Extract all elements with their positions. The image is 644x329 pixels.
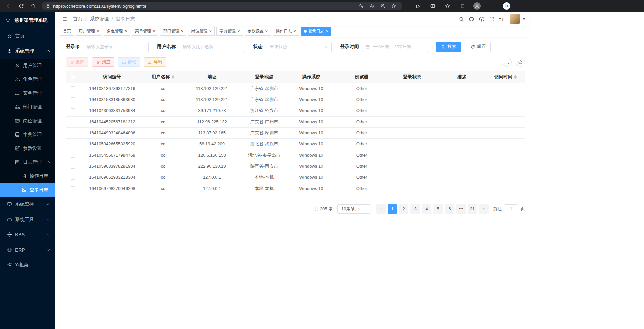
fullscreen-button[interactable]: [487, 14, 496, 24]
page-button-3[interactable]: 3: [410, 204, 420, 214]
table-row[interactable]: 1641054566717984768cc120.6.150.158河北省-秦皇…: [66, 150, 525, 161]
close-icon[interactable]: ×: [293, 29, 296, 33]
address-bar[interactable]: https://ccnetcore.com:1101/system/log/lo…: [42, 2, 402, 10]
prev-page-button[interactable]: ‹: [376, 204, 386, 214]
table-row[interactable]: 1641069798270046208cc127.0.0.1本地-本机Windo…: [66, 183, 525, 194]
collapse-sidebar-button[interactable]: [60, 14, 70, 24]
avatar-caret-icon[interactable]: [523, 18, 525, 20]
date-range-picker[interactable]: 开始日期 - 结束日期: [362, 42, 428, 52]
close-icon[interactable]: ×: [326, 29, 329, 33]
page-button-5[interactable]: 5: [433, 204, 443, 214]
delete-button[interactable]: 删除: [66, 57, 88, 67]
row-checkbox[interactable]: [71, 108, 75, 113]
read-aloud-button[interactable]: [367, 2, 377, 10]
page-button-2[interactable]: 2: [399, 204, 408, 214]
sidebar-item-config[interactable]: 参数设置: [0, 141, 55, 155]
tab-post[interactable]: 岗位管理×: [188, 27, 215, 36]
tab-operlog[interactable]: 操作日志×: [273, 27, 299, 36]
export-button[interactable]: 导出: [144, 57, 166, 67]
row-checkbox[interactable]: [71, 142, 75, 146]
column-header[interactable]: 访问时间: [486, 71, 525, 83]
favorites-button[interactable]: [441, 1, 454, 11]
sidebar-item-user[interactable]: 用户管理: [0, 59, 55, 72]
close-icon[interactable]: ×: [97, 29, 99, 33]
row-checkbox[interactable]: [71, 164, 75, 169]
toggle-search-button[interactable]: [503, 58, 512, 67]
tab-dict[interactable]: 字典管理×: [216, 27, 243, 36]
close-icon[interactable]: ×: [237, 29, 240, 33]
table-row[interactable]: 1641044520567181312cc112.96.225.132广东省-广…: [66, 116, 525, 127]
row-checkbox[interactable]: [71, 97, 75, 102]
sidebar-item-menu[interactable]: 菜单管理: [0, 86, 55, 100]
row-checkbox[interactable]: [71, 175, 75, 180]
table-row[interactable]: 1641053426655825920cc58.19.42.209湖北省-武汉市…: [66, 138, 525, 150]
login-ip-input[interactable]: [83, 42, 149, 52]
sidebar-item-system[interactable]: 系统管理: [0, 43, 55, 59]
sidebar-item-log[interactable]: 日志管理: [0, 155, 55, 169]
tab-logininfor[interactable]: 登录日志×: [301, 27, 332, 36]
tab-config[interactable]: 参数设置×: [245, 27, 271, 36]
browser-menu-button[interactable]: [486, 1, 498, 11]
row-checkbox[interactable]: [71, 153, 75, 158]
row-checkbox[interactable]: [71, 186, 75, 191]
breadcrumb-item[interactable]: 系统管理: [90, 16, 109, 22]
reset-button[interactable]: 重置: [466, 42, 491, 52]
page-button-4[interactable]: 4: [422, 204, 431, 214]
collections-button[interactable]: [456, 1, 468, 11]
next-page-button[interactable]: ›: [479, 204, 489, 214]
extensions-button[interactable]: [412, 1, 424, 11]
font-size-button[interactable]: TT: [497, 14, 506, 24]
search-button[interactable]: 搜索: [436, 42, 461, 52]
page-button-1[interactable]: 1: [388, 204, 397, 214]
page-button-6[interactable]: 6: [445, 204, 454, 214]
page-size-select[interactable]: 10条/页: [337, 204, 370, 214]
table-row[interactable]: 1641031367863177216cc113.102.129.221广东省-…: [66, 83, 525, 94]
row-checkbox[interactable]: [71, 86, 75, 91]
row-checkbox[interactable]: [71, 120, 75, 124]
tab-menu[interactable]: 菜单管理×: [132, 27, 158, 36]
zoom-button[interactable]: [378, 2, 388, 10]
github-link-button[interactable]: [467, 14, 476, 24]
sort-carets-icon[interactable]: [514, 75, 517, 79]
select-all-checkbox[interactable]: [71, 75, 75, 79]
page-jump-input[interactable]: [504, 204, 518, 213]
username-input[interactable]: [179, 42, 245, 52]
sidebar-item-monitor[interactable]: 系统监控: [0, 197, 55, 212]
column-header[interactable]: 用户名称: [144, 71, 182, 83]
more-pages-button[interactable]: •••: [456, 204, 466, 214]
sidebar-item-dict[interactable]: 字典管理: [0, 128, 55, 141]
copilot-button[interactable]: b: [501, 1, 513, 11]
browser-refresh-button[interactable]: [15, 1, 27, 11]
page-button-21[interactable]: 21: [468, 204, 477, 214]
sidebar-item-bbs[interactable]: BBS: [0, 227, 55, 242]
header-search-button[interactable]: [457, 14, 466, 24]
user-avatar[interactable]: [510, 14, 520, 24]
password-key-button[interactable]: [357, 2, 366, 10]
table-row[interactable]: 1641044993248464896cc113.87.92.165广东省-深圳…: [66, 127, 525, 138]
browser-back-button[interactable]: [3, 1, 15, 11]
tab-user[interactable]: 用户管理×: [76, 27, 102, 36]
help-button[interactable]: [477, 14, 486, 24]
browser-home-button[interactable]: [28, 1, 39, 11]
unlock-button[interactable]: 解锁: [118, 57, 140, 67]
sidebar-item-post[interactable]: 岗位管理: [0, 114, 55, 128]
tab-home[interactable]: 首页: [60, 27, 74, 36]
table-row[interactable]: 1641043063331753984cc39.171.210.78浙江省-绍兴…: [66, 105, 525, 116]
close-icon[interactable]: ×: [209, 29, 212, 33]
sidebar-item-logininfor[interactable]: 登录日志: [0, 183, 55, 197]
sidebar-item-erp[interactable]: ERP: [0, 242, 55, 257]
browser-profile-button[interactable]: [471, 1, 483, 11]
close-icon[interactable]: ×: [153, 29, 155, 33]
table-row[interactable]: 1641069652933218304cc127.0.0.1本地-本机Windo…: [66, 172, 525, 183]
sidebar-item-yi[interactable]: Yi框架: [0, 257, 55, 272]
sidebar-item-operlog[interactable]: 操作日志: [0, 169, 55, 183]
sidebar-item-role[interactable]: 角色管理: [0, 72, 55, 86]
sort-carets-icon[interactable]: [172, 75, 174, 79]
add-favorite-button[interactable]: [389, 2, 398, 10]
sidebar-item-tool[interactable]: 系统工具: [0, 212, 55, 227]
close-icon[interactable]: ×: [125, 29, 128, 33]
close-icon[interactable]: ×: [181, 29, 184, 33]
row-checkbox[interactable]: [71, 131, 75, 135]
table-row[interactable]: 1641031533185863680cc113.102.129.221广东省-…: [66, 94, 525, 105]
breadcrumb-item[interactable]: 首页: [73, 16, 82, 22]
